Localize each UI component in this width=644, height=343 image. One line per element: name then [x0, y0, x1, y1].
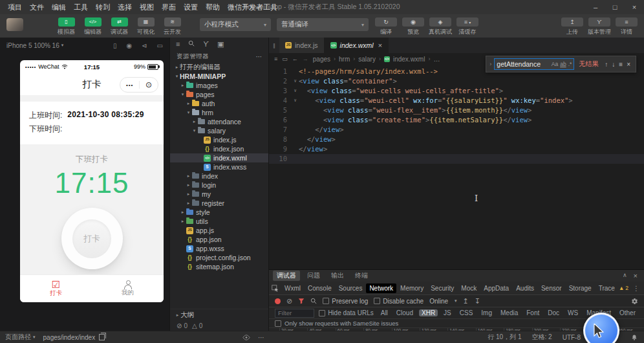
- import-har-icon[interactable]: ↥: [463, 298, 469, 305]
- menu-item-7[interactable]: 界面: [158, 0, 180, 14]
- maximize-button[interactable]: □: [605, 0, 625, 14]
- branch-icon[interactable]: ϒ: [203, 40, 209, 48]
- tree-item-my[interactable]: ▸my: [170, 190, 269, 199]
- split-editor-icon[interactable]: ∥: [269, 38, 279, 53]
- devtools-tab-Security[interactable]: Security: [427, 283, 457, 293]
- cursor-position[interactable]: 行 10，列 1: [488, 333, 521, 342]
- tree-item-index.wxss[interactable]: Sindex.wxss: [170, 162, 269, 172]
- toolbar-action-upload[interactable]: ↥上传: [559, 14, 586, 38]
- close-icon[interactable]: ×: [627, 61, 630, 68]
- record-icon[interactable]: ◉: [126, 42, 132, 49]
- preserve-log-checkbox[interactable]: Preserve log: [323, 298, 368, 305]
- minimize-button[interactable]: –: [586, 0, 605, 14]
- tree-item-auth[interactable]: ▸auth: [170, 99, 269, 108]
- samesite-checkbox[interactable]: [275, 320, 281, 327]
- warning-badge[interactable]: ▲2: [619, 285, 628, 291]
- inspect-icon[interactable]: [272, 285, 279, 292]
- devtools-tab-Console[interactable]: Console: [305, 283, 335, 293]
- indent-setting[interactable]: 空格: 2: [532, 333, 552, 342]
- devtools-tab-Network[interactable]: Network: [366, 283, 396, 293]
- devtools-tab-Sources[interactable]: Sources: [336, 283, 366, 293]
- clear-icon[interactable]: ⊘: [286, 298, 292, 305]
- filter-funnel-icon[interactable]: [298, 298, 305, 304]
- tree-item-index[interactable]: ▸index: [170, 172, 269, 181]
- type-filter-Img[interactable]: Img: [478, 309, 495, 316]
- tree-item-pages[interactable]: ▾pages: [170, 90, 269, 99]
- fold-icon[interactable]: ∨: [292, 96, 299, 105]
- find-in-selection-icon[interactable]: ≡: [619, 61, 623, 68]
- filter-input[interactable]: [275, 309, 314, 316]
- toolbar-button-phone[interactable]: ▯模拟器: [53, 14, 80, 38]
- tree-item-login[interactable]: ▸login: [170, 181, 269, 190]
- toolbar-button-code[interactable]: </>编辑器: [80, 14, 106, 38]
- path-label[interactable]: 页面路径: [5, 333, 31, 342]
- menu-item-1[interactable]: 文件: [26, 0, 48, 14]
- breadcrumb-item[interactable]: salary: [358, 56, 376, 63]
- bookmark-icon[interactable]: ▭: [282, 56, 288, 62]
- breadcrumb-item[interactable]: index.wxml: [393, 56, 425, 63]
- devtools-tab-Mock[interactable]: Mock: [458, 283, 480, 293]
- panel-tab-调试器[interactable]: 调试器: [273, 271, 300, 281]
- toolbar-button-swap[interactable]: ⇄调试器: [106, 14, 133, 38]
- menu-item-4[interactable]: 转到: [92, 0, 114, 14]
- panel-tab-终端[interactable]: 终端: [351, 271, 372, 281]
- toolbar-action-compile[interactable]: ↻编译: [372, 14, 400, 38]
- forward-arrow-icon[interactable]: →: [303, 56, 308, 62]
- share-icon[interactable]: ⊲: [142, 42, 147, 49]
- device-label[interactable]: iPhone 5 100% 16: [6, 42, 59, 49]
- hide-data-urls-checkbox[interactable]: Hide data URLs: [319, 309, 374, 316]
- tree-item-index.json[interactable]: {}index.json: [170, 144, 269, 153]
- code-editor[interactable]: 1<!--pages/hrm/salary/index.wxml-->2∨<vi…: [269, 65, 644, 269]
- type-filter-Cloud[interactable]: Cloud: [394, 309, 416, 316]
- type-filter-Doc[interactable]: Doc: [545, 309, 562, 316]
- toolbar-button-grid[interactable]: ▦可视化: [133, 14, 159, 38]
- expand-search-icon[interactable]: ›: [489, 61, 491, 67]
- floating-assistant-button[interactable]: [583, 313, 619, 343]
- throttling-select[interactable]: Online▾: [429, 298, 456, 305]
- user-avatar[interactable]: [6, 18, 23, 31]
- toolbar-action-eye[interactable]: ◉预览: [400, 14, 427, 38]
- devtools-tab-Memory[interactable]: Memory: [397, 283, 427, 293]
- breadcrumb-item[interactable]: hrm: [339, 56, 350, 63]
- list-icon[interactable]: ≡: [176, 40, 180, 48]
- type-filter-All[interactable]: All: [378, 309, 391, 316]
- tree-item-sitemap.json[interactable]: {}sitemap.json: [170, 262, 269, 271]
- page-path[interactable]: pages/index/index: [43, 334, 96, 341]
- tree-item-index.js[interactable]: JSindex.js: [170, 135, 269, 144]
- type-filter-Font[interactable]: Font: [524, 309, 542, 316]
- export-har-icon[interactable]: ↧: [475, 298, 480, 305]
- prev-match-icon[interactable]: ↑: [605, 61, 608, 68]
- chat-icon[interactable]: ▭: [157, 42, 163, 49]
- type-filter-Media[interactable]: Media: [498, 309, 521, 316]
- disable-cache-checkbox[interactable]: Disable cache: [374, 298, 424, 305]
- fold-icon[interactable]: ∨: [292, 76, 299, 86]
- tree-item-app.js[interactable]: JSapp.js: [170, 226, 269, 235]
- close-button[interactable]: ×: [625, 0, 644, 14]
- tree-item-app.wxss[interactable]: Sapp.wxss: [170, 244, 269, 253]
- type-filter-CSS[interactable]: CSS: [457, 309, 476, 316]
- menu-item-0[interactable]: 项目: [4, 0, 26, 14]
- outline-section[interactable]: ▸ 大纲: [170, 309, 269, 320]
- more-icon[interactable]: ⋯: [258, 334, 264, 341]
- phone-tab-check[interactable]: ☑打卡: [20, 275, 92, 302]
- encoding[interactable]: UTF-8: [563, 334, 581, 341]
- breadcrumb-item[interactable]: pages: [313, 56, 330, 63]
- devtools-tab-Audits[interactable]: Audits: [513, 283, 537, 293]
- devtools-tab-Trace[interactable]: Trace: [596, 283, 618, 293]
- menu-item-9[interactable]: 帮助: [202, 0, 224, 14]
- target-icon[interactable]: ⊙: [145, 81, 152, 89]
- type-filter-WS[interactable]: WS: [565, 309, 581, 316]
- devtools-tab-Sensor[interactable]: Sensor: [538, 283, 565, 293]
- toolbar-action-branch[interactable]: ϒ版本管理: [586, 14, 613, 38]
- menu-icon[interactable]: ≡: [274, 56, 277, 62]
- tree-item-salary[interactable]: ▾salary: [170, 126, 269, 135]
- tree-item-打开的编辑器[interactable]: ▸打开的编辑器: [170, 63, 269, 72]
- editor-tab-index.js[interactable]: JSindex.js: [279, 38, 325, 53]
- panel-tab-问题[interactable]: 问题: [303, 271, 324, 281]
- whole-word-toggle[interactable]: ab: [560, 61, 566, 67]
- tree-item-style[interactable]: ▸style: [170, 208, 269, 217]
- next-match-icon[interactable]: ↓: [612, 61, 615, 68]
- devtools-tab-AppData[interactable]: AppData: [480, 283, 512, 293]
- menu-item-6[interactable]: 视图: [136, 0, 158, 14]
- tree-item-utils[interactable]: ▸utils: [170, 217, 269, 226]
